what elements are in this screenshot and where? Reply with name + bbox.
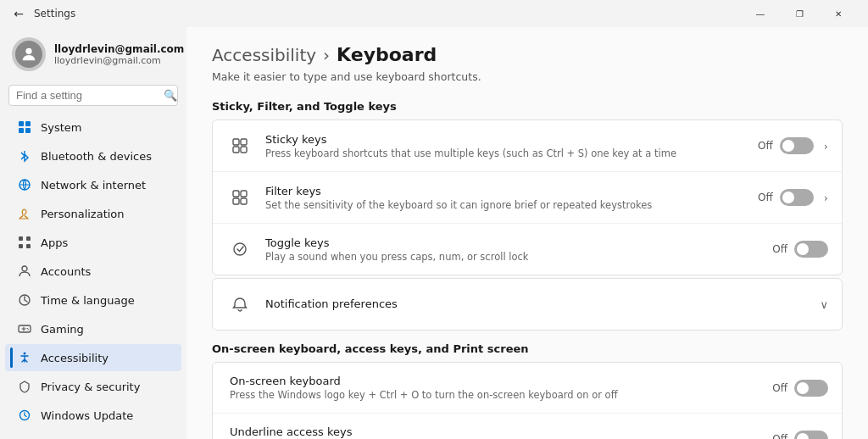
- svg-rect-22: [241, 198, 247, 204]
- svg-rect-9: [26, 244, 31, 248]
- accounts-icon: [17, 264, 32, 279]
- toggle-keys-toggle[interactable]: [794, 241, 828, 258]
- filter-keys-icon: [226, 184, 253, 211]
- sidebar-item-apps-label: Apps: [41, 236, 68, 249]
- toggle-keys-row[interactable]: Toggle keys Play a sound when you press …: [213, 224, 842, 275]
- sidebar-item-privacy[interactable]: Privacy & security: [5, 373, 181, 400]
- sidebar-item-system[interactable]: System: [5, 114, 181, 141]
- page-subtitle: Make it easier to type and use keyboard …: [212, 70, 843, 83]
- notification-prefs-row[interactable]: Notification preferences ∨: [213, 279, 842, 330]
- system-icon: [17, 119, 32, 135]
- onscreen-keyboard-row[interactable]: On-screen keyboard Press the Windows log…: [213, 363, 842, 414]
- svg-rect-3: [19, 128, 24, 133]
- sidebar-item-network-label: Network & internet: [41, 179, 146, 192]
- onscreen-keyboard-toggle[interactable]: [794, 380, 828, 397]
- sidebar-item-personalization[interactable]: Personalization: [5, 200, 181, 227]
- sidebar-item-accounts-label: Accounts: [41, 265, 91, 278]
- close-button[interactable]: ✕: [819, 0, 858, 27]
- sidebar-item-gaming[interactable]: Gaming: [5, 315, 181, 342]
- apps-icon: [17, 235, 32, 250]
- toggle-keys-text: Toggle keys Play a sound when you press …: [265, 236, 760, 263]
- filter-keys-title: Filter keys: [265, 185, 746, 197]
- restore-button[interactable]: ❐: [780, 0, 819, 27]
- minimize-button[interactable]: —: [741, 0, 780, 27]
- sidebar-item-accessibility-label: Accessibility: [41, 352, 108, 364]
- sticky-keys-off-label: Off: [758, 140, 773, 152]
- underline-access-keys-title: Underline access keys: [230, 425, 760, 438]
- sidebar-item-bluetooth[interactable]: Bluetooth & devices: [5, 142, 181, 169]
- breadcrumb-parent: Accessibility: [212, 45, 316, 65]
- onscreen-keyboard-text: On-screen keyboard Press the Windows log…: [226, 375, 760, 401]
- page-title: Keyboard: [337, 44, 437, 65]
- toggle-keys-icon: [226, 236, 253, 263]
- sidebar-item-gaming-label: Gaming: [41, 323, 84, 336]
- svg-rect-19: [233, 191, 239, 197]
- svg-rect-4: [25, 128, 31, 133]
- underline-access-keys-toggle[interactable]: [794, 431, 828, 440]
- sticky-keys-toggle[interactable]: [780, 137, 814, 154]
- sticky-keys-chevron: ›: [824, 140, 828, 153]
- sidebar-item-privacy-label: Privacy & security: [41, 381, 140, 393]
- underline-access-keys-row[interactable]: Underline access keys Access keys will b…: [213, 414, 842, 439]
- sidebar-item-bluetooth-label: Bluetooth & devices: [41, 150, 152, 163]
- back-button[interactable]: ←: [10, 5, 27, 22]
- user-profile[interactable]: lloydrlevin@gmail.com lloydrlevin@gmail.…: [0, 27, 186, 81]
- svg-rect-6: [19, 236, 23, 241]
- avatar: [12, 37, 46, 71]
- toggle-keys-off-label: Off: [772, 243, 787, 255]
- gaming-icon: [17, 321, 32, 336]
- toggle-keys-desc: Play a sound when you press caps, num, o…: [265, 251, 760, 263]
- filter-keys-row[interactable]: Filter keys Set the sensitivity of the k…: [213, 172, 842, 224]
- accessibility-icon: [17, 350, 32, 365]
- section1-card: Sticky keys Press keyboard shortcuts tha…: [212, 119, 843, 275]
- sticky-keys-icon: [226, 132, 253, 159]
- section1-title: Sticky, Filter, and Toggle keys: [212, 100, 843, 113]
- sidebar-item-update[interactable]: Windows Update: [5, 402, 181, 429]
- svg-point-13: [24, 353, 26, 355]
- sticky-keys-row[interactable]: Sticky keys Press keyboard shortcuts tha…: [213, 120, 842, 172]
- section2-title: On-screen keyboard, access keys, and Pri…: [212, 342, 843, 355]
- sidebar-item-time-label: Time & language: [41, 294, 135, 307]
- user-name: lloydrlevin@gmail.com: [54, 43, 184, 55]
- sidebar-item-accessibility[interactable]: Accessibility: [5, 344, 181, 371]
- search-box[interactable]: 🔍: [8, 85, 178, 106]
- search-icon: 🔍: [164, 89, 177, 102]
- bluetooth-icon: [17, 148, 32, 164]
- onscreen-keyboard-desc: Press the Windows logo key + Ctrl + O to…: [230, 389, 760, 401]
- sidebar-item-personalization-label: Personalization: [41, 208, 125, 220]
- toggle-keys-controls: Off: [772, 241, 828, 258]
- svg-point-23: [234, 243, 246, 255]
- user-info: lloydrlevin@gmail.com lloydrlevin@gmail.…: [54, 43, 184, 66]
- sticky-keys-desc: Press keyboard shortcuts that use multip…: [265, 147, 746, 159]
- underline-access-keys-controls: Off: [772, 431, 828, 440]
- svg-rect-15: [233, 139, 239, 145]
- filter-keys-toggle[interactable]: [780, 189, 814, 206]
- sidebar-item-time[interactable]: Time & language: [5, 286, 181, 314]
- svg-rect-2: [25, 121, 31, 126]
- network-icon: [17, 177, 32, 192]
- sidebar-item-network[interactable]: Network & internet: [5, 171, 181, 198]
- onscreen-keyboard-controls: Off: [772, 380, 828, 397]
- filter-keys-text: Filter keys Set the sensitivity of the k…: [265, 185, 746, 211]
- breadcrumb-separator: ›: [323, 45, 330, 65]
- update-icon: [17, 408, 32, 423]
- filter-keys-controls: Off ›: [758, 189, 828, 206]
- svg-rect-16: [241, 139, 247, 145]
- svg-point-0: [25, 48, 31, 54]
- privacy-icon: [17, 379, 32, 394]
- sidebar-item-accounts[interactable]: Accounts: [5, 258, 181, 285]
- svg-rect-17: [233, 147, 239, 153]
- notification-prefs-controls: ∨: [820, 298, 828, 311]
- avatar-icon: [15, 41, 42, 68]
- svg-rect-18: [241, 147, 247, 153]
- underline-access-keys-text: Underline access keys Access keys will b…: [226, 425, 760, 439]
- sidebar-item-system-label: System: [41, 121, 81, 134]
- toggle-keys-title: Toggle keys: [265, 236, 760, 249]
- onscreen-keyboard-off-label: Off: [772, 382, 787, 394]
- sticky-keys-controls: Off ›: [758, 137, 828, 154]
- svg-rect-1: [19, 121, 24, 126]
- sidebar-item-apps[interactable]: Apps: [5, 229, 181, 256]
- notification-prefs-card: Notification preferences ∨: [212, 278, 843, 331]
- search-input[interactable]: [16, 89, 159, 102]
- sticky-keys-title: Sticky keys: [265, 133, 746, 146]
